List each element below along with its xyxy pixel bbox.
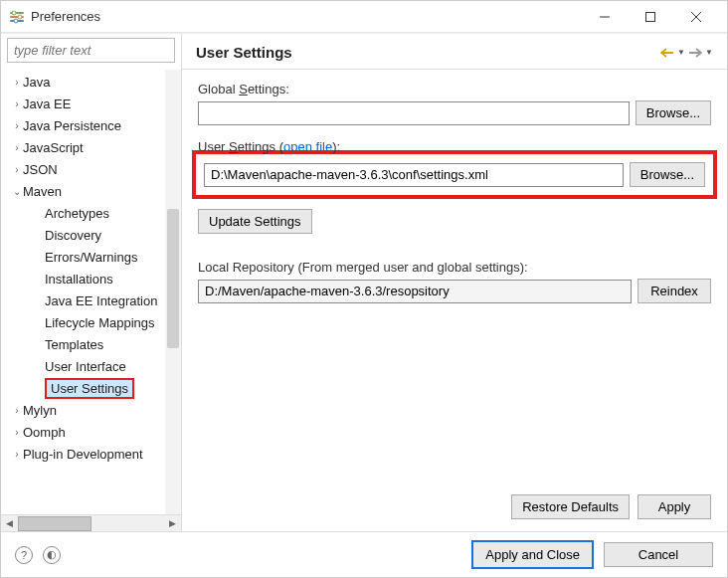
content-pane: User Settings ▼ ▼ Global Settings: Brows…	[182, 34, 727, 531]
open-file-link[interactable]: open file	[283, 139, 332, 154]
tree-item-label: Maven	[23, 184, 62, 199]
titlebar: Preferences	[1, 1, 727, 33]
tree-item-label: Templates	[45, 337, 103, 352]
dialog-footer: ? ◐ Apply and Close Cancel	[1, 531, 727, 577]
tree-item-oomph[interactable]: ›Oomph	[1, 421, 181, 443]
tree-item-installations[interactable]: Installations	[1, 268, 181, 289]
tree-item-label: Mylyn	[23, 403, 57, 418]
tree-item-json[interactable]: ›JSON	[1, 158, 181, 180]
filter-container	[7, 38, 175, 63]
tree-item-java-persistence[interactable]: ›Java Persistence	[1, 114, 181, 136]
preferences-icon	[9, 9, 25, 25]
tree-item-errors-warnings[interactable]: Errors/Warnings	[1, 246, 181, 268]
global-browse-button[interactable]: Browse...	[636, 100, 711, 125]
tree-item-label: Errors/Warnings	[45, 250, 137, 265]
svg-rect-7	[646, 12, 655, 21]
tree-item-javascript[interactable]: ›JavaScript	[1, 136, 181, 158]
scroll-right-button[interactable]: ▶	[164, 515, 181, 532]
tree-item-label: Java Persistence	[23, 118, 121, 133]
update-settings-button[interactable]: Update Settings	[198, 209, 312, 234]
global-settings-label: Global Settings:	[198, 82, 711, 96]
cancel-button[interactable]: Cancel	[604, 542, 713, 567]
tree-item-templates[interactable]: Templates	[1, 333, 181, 355]
tree-item-mylyn[interactable]: ›Mylyn	[1, 399, 181, 421]
page-buttons: Restore Defaults Apply	[182, 486, 727, 531]
maximize-button[interactable]	[628, 1, 673, 33]
apply-button[interactable]: Apply	[637, 494, 711, 519]
tree-item-label: JavaScript	[23, 140, 84, 155]
local-repo-input	[198, 280, 632, 303]
tree-item-label: Java EE Integration	[45, 293, 157, 308]
filter-input[interactable]	[7, 38, 175, 63]
svg-point-4	[18, 15, 22, 19]
tree-item-label: User Settings	[45, 378, 134, 399]
tree-item-label: Plug-in Development	[23, 447, 143, 462]
tree-item-label: Oomph	[23, 425, 66, 440]
tree-arrow-icon[interactable]: ›	[11, 77, 23, 88]
tree-arrow-icon[interactable]: ›	[11, 142, 23, 153]
svg-point-3	[12, 11, 16, 15]
local-repo-row: Reindex	[198, 279, 711, 303]
tree-item-java-ee-integration[interactable]: Java EE Integration	[1, 289, 181, 311]
nav-forward-menu[interactable]: ▼	[705, 48, 713, 57]
import-export-icon[interactable]: ◐	[43, 546, 61, 564]
tree-item-label: Java	[23, 75, 50, 90]
nav-history: ▼ ▼	[659, 45, 713, 61]
preferences-tree[interactable]: ›Java›Java EE›Java Persistence›JavaScrip…	[1, 69, 181, 514]
tree-item-label: JSON	[23, 162, 58, 177]
window-title: Preferences	[31, 9, 582, 24]
scrollbar-thumb[interactable]	[167, 209, 179, 348]
tree-item-label: Archetypes	[45, 206, 109, 221]
scroll-thumb[interactable]	[18, 516, 91, 531]
global-settings-row: Browse...	[198, 100, 711, 125]
tree-item-label: Lifecycle Mappings	[45, 315, 155, 330]
global-settings-input[interactable]	[198, 101, 630, 125]
sidebar-scrollbar-vertical[interactable]	[165, 70, 181, 514]
nav-back-button[interactable]	[659, 45, 675, 61]
tree-item-label: Installations	[45, 272, 113, 287]
main-area: ›Java›Java EE›Java Persistence›JavaScrip…	[1, 33, 727, 531]
apply-and-close-button[interactable]: Apply and Close	[471, 540, 594, 569]
sidebar: ›Java›Java EE›Java Persistence›JavaScrip…	[1, 34, 182, 531]
user-settings-input[interactable]	[204, 163, 624, 187]
tree-arrow-icon[interactable]: ›	[11, 164, 23, 175]
tree-arrow-icon[interactable]: ⌄	[11, 186, 23, 197]
minimize-button[interactable]	[582, 1, 628, 33]
tree-item-user-settings[interactable]: User Settings	[1, 377, 181, 399]
tree-item-java-ee[interactable]: ›Java EE	[1, 93, 181, 114]
tree-item-discovery[interactable]: Discovery	[1, 224, 181, 246]
content-header: User Settings ▼ ▼	[182, 34, 727, 70]
scroll-left-button[interactable]: ◀	[1, 515, 18, 532]
tree-arrow-icon[interactable]: ›	[11, 449, 23, 460]
tree-item-user-interface[interactable]: User Interface	[1, 355, 181, 377]
tree-item-plug-in-development[interactable]: ›Plug-in Development	[1, 443, 181, 465]
tree-item-java[interactable]: ›Java	[1, 71, 181, 93]
tree-item-archetypes[interactable]: Archetypes	[1, 202, 181, 224]
content-body: Global Settings: Browse... User Settings…	[182, 70, 727, 486]
tree-arrow-icon[interactable]: ›	[11, 98, 23, 109]
tree-item-lifecycle-mappings[interactable]: Lifecycle Mappings	[1, 311, 181, 333]
reindex-button[interactable]: Reindex	[637, 279, 711, 303]
user-settings-row: Browse...	[204, 162, 705, 187]
help-icon[interactable]: ?	[15, 546, 33, 564]
page-title: User Settings	[196, 44, 659, 61]
scroll-track[interactable]	[18, 515, 164, 532]
tree-item-label: Discovery	[45, 228, 101, 243]
tree-item-label: Java EE	[23, 96, 71, 111]
close-button[interactable]	[673, 1, 719, 33]
sidebar-scrollbar-horizontal[interactable]: ◀ ▶	[1, 514, 181, 531]
tree-arrow-icon[interactable]: ›	[11, 405, 23, 416]
local-repo-label: Local Repository (From merged user and g…	[198, 260, 711, 275]
nav-back-menu[interactable]: ▼	[677, 48, 685, 57]
tree-item-label: User Interface	[45, 359, 126, 374]
user-browse-button[interactable]: Browse...	[630, 162, 705, 187]
tree-arrow-icon[interactable]: ›	[11, 120, 23, 131]
restore-defaults-button[interactable]: Restore Defaults	[511, 494, 630, 519]
tree-arrow-icon[interactable]: ›	[11, 427, 23, 438]
nav-forward-button[interactable]	[687, 45, 703, 61]
user-settings-highlight: Browse...	[192, 150, 717, 199]
tree-item-maven[interactable]: ⌄Maven	[1, 180, 181, 202]
svg-point-5	[14, 19, 18, 23]
